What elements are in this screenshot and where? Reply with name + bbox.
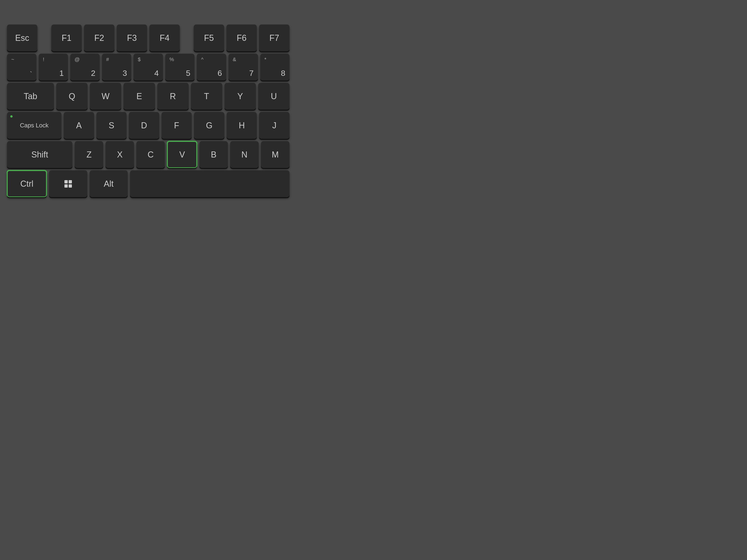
asdf-row: Caps Lock A S D F G H J: [7, 112, 289, 139]
key-f[interactable]: F: [161, 112, 192, 139]
key-q-label: Q: [69, 91, 75, 101]
key-4-number: 4: [154, 69, 159, 78]
key-h-label: H: [239, 121, 245, 130]
key-f5[interactable]: F5: [194, 25, 224, 51]
key-backtick-sub: `: [30, 70, 32, 78]
key-alt[interactable]: Alt: [89, 170, 128, 197]
key-7[interactable]: & 7: [229, 54, 258, 80]
key-2-symbol: @: [75, 56, 80, 62]
key-ctrl-label: Ctrl: [20, 179, 33, 189]
key-m[interactable]: M: [261, 141, 289, 168]
key-v-label: V: [179, 150, 185, 160]
key-8-symbol: *: [264, 56, 266, 62]
key-esc[interactable]: Esc: [7, 25, 37, 51]
key-win[interactable]: [49, 170, 87, 197]
bottom-row: Ctrl Alt: [7, 170, 289, 197]
key-c-label: C: [148, 150, 154, 160]
key-caps-lock-label: Caps Lock: [20, 122, 49, 129]
key-4[interactable]: $ 4: [133, 54, 163, 80]
key-w-label: W: [102, 91, 109, 101]
key-5[interactable]: % 5: [165, 54, 195, 80]
key-s[interactable]: S: [96, 112, 127, 139]
key-z-label: Z: [86, 150, 92, 160]
key-1-number: 1: [59, 69, 64, 78]
function-row: Esc F1 F2 F3 F4 F5 F6 F7: [7, 25, 289, 51]
key-f7[interactable]: F7: [259, 25, 289, 51]
key-c[interactable]: C: [136, 141, 165, 168]
key-u-label: U: [271, 91, 277, 101]
key-e[interactable]: E: [124, 83, 155, 110]
windows-icon: [65, 180, 72, 188]
key-n-label: N: [241, 150, 248, 160]
key-f4[interactable]: F4: [149, 25, 180, 51]
key-a[interactable]: A: [64, 112, 94, 139]
caps-lock-indicator: [10, 115, 12, 117]
key-6-number: 6: [217, 69, 222, 78]
key-m-label: M: [272, 150, 279, 160]
key-6[interactable]: ^ 6: [197, 54, 226, 80]
key-d[interactable]: D: [129, 112, 159, 139]
key-8[interactable]: * 8: [260, 54, 290, 80]
key-6-symbol: ^: [201, 56, 203, 62]
key-3[interactable]: # 3: [102, 54, 131, 80]
qwerty-row: Tab Q W E R T Y U: [7, 83, 289, 110]
key-g[interactable]: G: [194, 112, 224, 139]
zxcv-row: Shift Z X C V B N M: [7, 141, 289, 168]
key-shift-label: Shift: [31, 150, 48, 160]
key-f6-label: F6: [237, 33, 247, 43]
key-alt-label: Alt: [104, 179, 114, 189]
key-8-number: 8: [281, 69, 285, 78]
key-j[interactable]: J: [259, 112, 289, 139]
key-space[interactable]: [130, 170, 289, 197]
key-esc-label: Esc: [15, 33, 29, 43]
key-f4-label: F4: [160, 33, 170, 43]
key-f6[interactable]: F6: [227, 25, 257, 51]
key-b-label: B: [211, 150, 216, 160]
keyboard: Esc F1 F2 F3 F4 F5 F6 F7 ~ ` !: [0, 18, 297, 207]
key-5-number: 5: [186, 69, 190, 78]
key-backtick-symbol: ~: [11, 56, 14, 62]
key-n[interactable]: N: [230, 141, 259, 168]
key-tab[interactable]: Tab: [7, 83, 54, 110]
key-b[interactable]: B: [199, 141, 228, 168]
key-f2[interactable]: F2: [84, 25, 114, 51]
key-w[interactable]: W: [90, 83, 121, 110]
key-t[interactable]: T: [191, 83, 222, 110]
key-f3-label: F3: [127, 33, 137, 43]
key-tab-label: Tab: [24, 91, 37, 101]
key-f-label: F: [174, 121, 179, 130]
key-f1-label: F1: [61, 33, 72, 43]
key-5-symbol: %: [170, 56, 174, 62]
key-2[interactable]: @ 2: [70, 54, 100, 80]
key-f5-label: F5: [204, 33, 214, 43]
key-j-label: J: [272, 121, 276, 130]
key-e-label: E: [136, 91, 142, 101]
key-r[interactable]: R: [157, 83, 189, 110]
key-ctrl[interactable]: Ctrl: [7, 170, 47, 197]
key-q[interactable]: Q: [56, 83, 87, 110]
key-r-label: R: [170, 91, 176, 101]
key-f7-label: F7: [269, 33, 279, 43]
key-f2-label: F2: [94, 33, 104, 43]
key-shift[interactable]: Shift: [7, 141, 72, 168]
key-1[interactable]: ! 1: [39, 54, 68, 80]
key-h[interactable]: H: [227, 112, 257, 139]
key-3-number: 3: [123, 69, 127, 78]
number-row: ~ ` ! 1 @ 2 # 3 $ 4 % 5 ^ 6 & 7: [7, 54, 289, 80]
key-u[interactable]: U: [258, 83, 289, 110]
key-f3[interactable]: F3: [117, 25, 147, 51]
key-caps-lock[interactable]: Caps Lock: [7, 112, 61, 139]
key-7-number: 7: [249, 69, 254, 78]
key-2-number: 2: [91, 69, 96, 78]
key-d-label: D: [141, 121, 147, 130]
key-g-label: G: [206, 121, 212, 130]
key-x-label: X: [117, 150, 123, 160]
key-t-label: T: [204, 91, 209, 101]
key-f1[interactable]: F1: [51, 25, 82, 51]
key-z[interactable]: Z: [75, 141, 103, 168]
key-y[interactable]: Y: [225, 83, 256, 110]
key-backtick[interactable]: ~ `: [7, 54, 36, 80]
key-v[interactable]: V: [167, 141, 197, 168]
key-x[interactable]: X: [105, 141, 134, 168]
key-4-symbol: $: [138, 56, 140, 62]
